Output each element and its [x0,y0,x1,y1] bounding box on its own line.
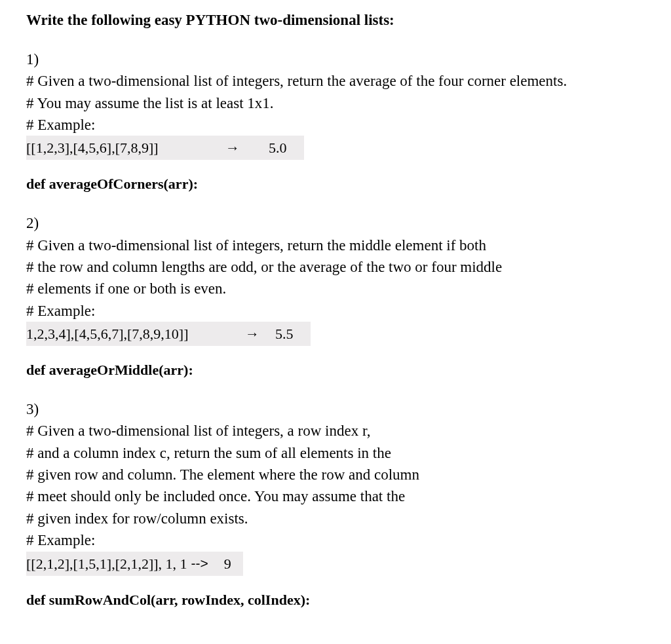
example-row: [[1,2,3],[4,5,6],[7,8,9]] → 5.0 [26,136,304,160]
comment-line: # Example: [26,114,645,136]
problem-1: 1) # Given a two-dimensional list of int… [26,48,645,193]
example-input: [[1,2,3],[4,5,6],[7,8,9]] [26,137,210,159]
function-def: def averageOrMiddle(arr): [26,362,645,379]
problem-2: 2) # Given a two-dimensional list of int… [26,212,645,379]
example-input: [[2,1,2],[1,5,1],[2,1,2]], 1, 1 [26,553,187,575]
function-def: def averageOfCorners(arr): [26,176,645,193]
example-row: 1,2,3,4],[4,5,6,7],[7,8,9,10]] → 5.5 [26,322,311,346]
example-output: 5.5 [269,323,307,345]
problem-number: 3) [26,398,645,420]
example-row: [[2,1,2],[1,5,1],[2,1,2]], 1, 1 --> 9 [26,552,243,576]
comment-line: # Given a two-dimensional list of intege… [26,420,645,442]
arrow-icon: → [236,323,269,345]
function-def: def sumRowAndCol(arr, rowIndex, colIndex… [26,592,645,609]
comment-line: # given index for row/column exists. [26,508,645,529]
comment-line: # given row and column. The element wher… [26,464,645,485]
comment-line: # You may assume the list is at least 1x… [26,92,645,114]
comment-line: # Given a two-dimensional list of intege… [26,70,645,92]
comment-line: # and a column index c, return the sum o… [26,442,645,464]
page-title: Write the following easy PYTHON two-dime… [26,12,645,29]
example-output: 5.0 [256,137,300,159]
problem-number: 1) [26,48,645,70]
comment-line: # the row and column lengths are odd, or… [26,256,645,278]
problem-3: 3) # Given a two-dimensional list of int… [26,398,645,608]
example-output: 9 [212,553,239,575]
comment-line: # Given a two-dimensional list of intege… [26,235,645,256]
problem-number: 2) [26,212,645,234]
comment-line: # Example: [26,300,645,322]
comment-line: # elements if one or both is even. [26,278,645,299]
comment-line: # Example: [26,529,645,551]
example-input: 1,2,3,4],[4,5,6,7],[7,8,9,10]] [26,323,236,345]
comment-line: # meet should only be included once. You… [26,485,645,507]
arrow-icon: --> [187,553,212,574]
arrow-icon: → [210,137,256,159]
